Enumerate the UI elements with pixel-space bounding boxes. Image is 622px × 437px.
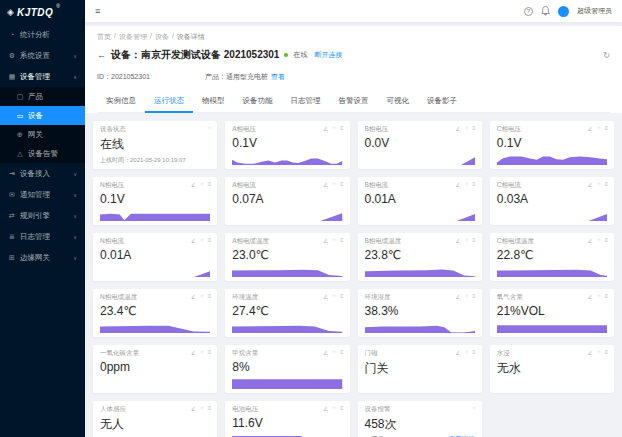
- edit-icon[interactable]: ∠: [323, 349, 328, 356]
- more-icon[interactable]: ≡: [604, 181, 608, 188]
- sidebar-item-device-access[interactable]: ⇥设备接入∨: [0, 163, 85, 184]
- more-icon[interactable]: ≡: [604, 125, 608, 132]
- edit-icon[interactable]: ∠: [323, 181, 328, 188]
- refresh-icon[interactable]: ○: [465, 125, 469, 132]
- edit-icon[interactable]: ∠: [323, 125, 328, 132]
- sidebar-item-log-manage[interactable]: ≣日志管理∨: [0, 226, 85, 247]
- disconnect-link[interactable]: 断开连接: [314, 50, 342, 60]
- card-label: 设备报警: [365, 405, 448, 414]
- sidebar-item-notify-manage[interactable]: ✉通知管理∨: [0, 184, 85, 205]
- breadcrumb-item[interactable]: 设备: [155, 32, 169, 42]
- refresh-icon[interactable]: ○: [597, 293, 601, 300]
- more-icon[interactable]: ≡: [340, 405, 344, 412]
- more-icon[interactable]: ≡: [208, 349, 212, 356]
- refresh-icon[interactable]: ○: [465, 293, 469, 300]
- edit-icon[interactable]: ∠: [323, 237, 328, 244]
- sidebar-item-edge-gateway[interactable]: ⊞边缘网关∨: [0, 247, 85, 268]
- breadcrumb-item[interactable]: 设备管理: [119, 32, 147, 42]
- edit-icon[interactable]: ∠: [191, 349, 196, 356]
- edit-icon[interactable]: ∠: [191, 293, 196, 300]
- sidebar-item-system-settings[interactable]: ⚙系统设置∨: [0, 45, 85, 66]
- breadcrumb-item[interactable]: 首页: [97, 32, 111, 42]
- more-icon[interactable]: ≡: [604, 293, 608, 300]
- more-icon[interactable]: ≡: [340, 125, 344, 132]
- refresh-icon[interactable]: ○: [597, 125, 601, 132]
- more-icon[interactable]: ≡: [604, 349, 608, 356]
- refresh-icon[interactable]: ○: [332, 349, 336, 356]
- refresh-icon[interactable]: ○: [472, 405, 476, 411]
- tab-device-function[interactable]: 设备功能: [234, 91, 282, 112]
- more-icon[interactable]: ≡: [208, 293, 212, 300]
- back-icon[interactable]: ←: [97, 50, 106, 60]
- more-icon[interactable]: ≡: [208, 405, 212, 412]
- breadcrumb-item: 设备详情: [177, 32, 205, 42]
- more-icon[interactable]: ≡: [472, 181, 476, 188]
- tab-thing-model[interactable]: 物模型: [193, 91, 234, 112]
- refresh-icon[interactable]: ○: [465, 181, 469, 188]
- sidebar-item-device-alarm[interactable]: △设备告警: [0, 144, 85, 163]
- sidebar-item-rule-engine[interactable]: ⇄规则引擎∨: [0, 205, 85, 226]
- tab-run-status[interactable]: 运行状态: [145, 91, 193, 113]
- refresh-icon[interactable]: ○: [597, 349, 601, 356]
- sidebar-item-product[interactable]: ▢产品: [0, 87, 85, 106]
- refresh-icon[interactable]: ○: [200, 349, 204, 356]
- refresh-icon[interactable]: ○: [332, 181, 336, 188]
- edit-icon[interactable]: ∠: [191, 181, 196, 188]
- more-icon[interactable]: ≡: [340, 349, 344, 356]
- edit-icon[interactable]: ∠: [191, 237, 196, 244]
- edit-icon[interactable]: ∠: [587, 349, 592, 356]
- refresh-icon[interactable]: ↻: [603, 51, 610, 60]
- edit-icon[interactable]: ∠: [455, 181, 460, 188]
- tab-device-shadow[interactable]: 设备影子: [418, 91, 466, 112]
- edit-icon[interactable]: ∠: [191, 405, 196, 412]
- more-icon[interactable]: ≡: [472, 237, 476, 244]
- more-icon[interactable]: ≡: [472, 293, 476, 300]
- refresh-icon[interactable]: ○: [332, 405, 336, 412]
- refresh-icon[interactable]: ○: [332, 293, 336, 300]
- more-icon[interactable]: ≡: [472, 125, 476, 132]
- refresh-icon[interactable]: ○: [332, 125, 336, 132]
- refresh-icon[interactable]: ○: [200, 405, 204, 412]
- edit-icon[interactable]: ∠: [323, 293, 328, 300]
- edit-icon[interactable]: ∠: [455, 293, 460, 300]
- edit-icon[interactable]: ∠: [455, 237, 460, 244]
- more-icon[interactable]: ≡: [208, 237, 212, 244]
- edit-icon[interactable]: ∠: [455, 125, 460, 132]
- edit-icon[interactable]: ∠: [323, 405, 328, 412]
- help-icon[interactable]: ?: [524, 7, 533, 16]
- edit-icon[interactable]: ∠: [587, 293, 592, 300]
- sidebar-item-gateway[interactable]: ⊕网关: [0, 125, 85, 144]
- more-icon[interactable]: ≡: [208, 181, 212, 188]
- more-icon[interactable]: ≡: [472, 349, 476, 356]
- refresh-icon[interactable]: ○: [465, 349, 469, 356]
- metric-card: 水浸∠○≡无水: [490, 345, 614, 393]
- tab-log-manage[interactable]: 日志管理: [282, 91, 330, 112]
- product-view-link[interactable]: 查看: [271, 73, 285, 80]
- more-icon[interactable]: ≡: [340, 293, 344, 300]
- user-avatar[interactable]: [558, 6, 569, 17]
- refresh-icon[interactable]: ○: [208, 125, 212, 131]
- tab-alarm-settings[interactable]: 告警设置: [330, 91, 378, 112]
- edit-icon[interactable]: ∠: [587, 125, 592, 132]
- tab-visualization[interactable]: 可视化: [378, 91, 419, 112]
- edit-icon[interactable]: ∠: [455, 349, 460, 356]
- tab-instance-info[interactable]: 实例信息: [97, 91, 145, 112]
- card-label: 一氧化碳含量: [100, 349, 183, 358]
- refresh-icon[interactable]: ○: [597, 181, 601, 188]
- refresh-icon[interactable]: ○: [200, 237, 204, 244]
- sidebar-item-device[interactable]: ▭设备: [0, 106, 85, 125]
- edit-icon[interactable]: ∠: [587, 237, 592, 244]
- notification-bell-icon[interactable]: [541, 6, 550, 16]
- more-icon[interactable]: ≡: [340, 237, 344, 244]
- refresh-icon[interactable]: ○: [332, 237, 336, 244]
- more-icon[interactable]: ≡: [340, 181, 344, 188]
- refresh-icon[interactable]: ○: [200, 293, 204, 300]
- menu-collapse-icon[interactable]: ≡: [95, 6, 100, 16]
- edit-icon[interactable]: ∠: [587, 181, 592, 188]
- more-icon[interactable]: ≡: [604, 237, 608, 244]
- refresh-icon[interactable]: ○: [597, 237, 601, 244]
- sidebar-item-stats[interactable]: ◔统计分析: [0, 24, 85, 45]
- refresh-icon[interactable]: ○: [200, 181, 204, 188]
- sidebar-item-device-manage[interactable]: ▦设备管理∧: [0, 66, 85, 87]
- refresh-icon[interactable]: ○: [465, 237, 469, 244]
